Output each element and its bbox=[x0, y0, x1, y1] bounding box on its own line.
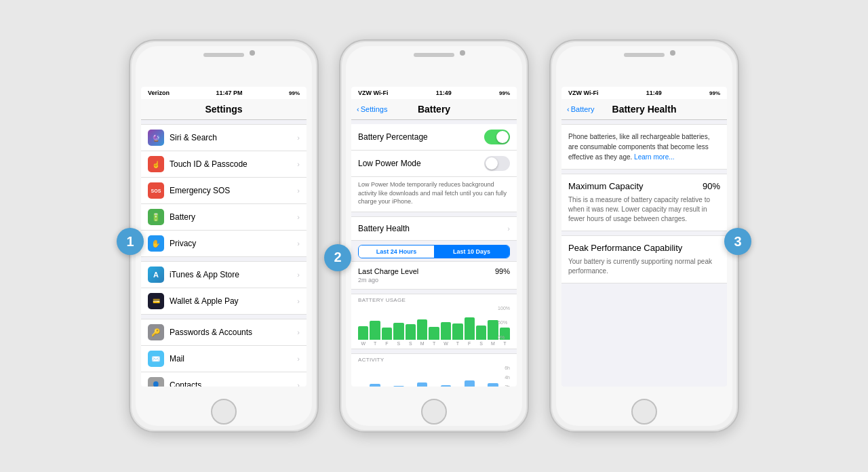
battery-row[interactable]: 🔋 Battery › bbox=[141, 204, 307, 231]
badge-2: 2 bbox=[324, 244, 351, 271]
phone2-nav: ‹ Settings Battery bbox=[351, 99, 517, 120]
siri-row[interactable]: 🔮 Siri & Search › bbox=[141, 124, 307, 151]
last-charge-label: Last Charge Level bbox=[358, 267, 418, 275]
battery-bar-0 bbox=[358, 326, 368, 340]
activity-bar-5 bbox=[417, 382, 427, 387]
last-charge-value: 99% bbox=[495, 267, 510, 275]
touchid-label: Touch ID & Passcode bbox=[170, 159, 297, 169]
battery-percentage-row[interactable]: Battery Percentage bbox=[351, 124, 517, 151]
phone3-title: Battery Health bbox=[612, 104, 677, 115]
activity-chart: ACTIVITY 6h 4h 2h 0h WTFSSMTWTFSMT bbox=[351, 353, 517, 387]
phone1-battery-status: 99% bbox=[289, 90, 300, 96]
charge-level-section: Last Charge Level 99% 2m ago bbox=[351, 261, 517, 290]
max-capacity-label: Maximum Capacity bbox=[568, 181, 644, 191]
back-chevron-icon3: ‹ bbox=[567, 105, 570, 113]
peak-title: Peak Performance Capability bbox=[568, 243, 720, 253]
battery-percentage-toggle[interactable] bbox=[484, 130, 510, 144]
phone1-carrier: Verizon bbox=[148, 90, 170, 96]
phone1: Verizon 11:47 PM 99% Settings bbox=[129, 39, 319, 433]
phone3-back[interactable]: ‹ Battery bbox=[567, 105, 595, 113]
toggle-knob bbox=[496, 131, 509, 143]
phone3: VZW Wi-Fi 11:49 99% ‹ Battery Battery He… bbox=[549, 39, 739, 433]
battery-usage-chart: BATTERY USAGE 100% 50% 0% WTFSSMTWTFSMT bbox=[351, 294, 517, 349]
privacy-label: Privacy bbox=[170, 239, 297, 248]
battery-percentage-label: Battery Percentage bbox=[358, 132, 484, 142]
activity-bar-3 bbox=[393, 386, 403, 387]
wallet-row[interactable]: 💳 Wallet & Apple Pay › bbox=[141, 288, 307, 315]
phone2-camera bbox=[460, 50, 465, 56]
phone3-carrier: VZW Wi-Fi bbox=[568, 90, 598, 96]
chart-tabs: Last 24 Hours Last 10 Days bbox=[358, 245, 510, 258]
phone1-camera bbox=[250, 50, 255, 56]
touchid-row[interactable]: ☝ Touch ID & Passcode › bbox=[141, 151, 307, 178]
phone1-wrapper: Verizon 11:47 PM 99% Settings bbox=[129, 39, 319, 433]
privacy-icon: ✋ bbox=[148, 235, 164, 252]
phone2-wrapper: VZW Wi-Fi 11:49 99% ‹ Settings Battery bbox=[339, 39, 529, 433]
battery-label: Battery bbox=[170, 212, 297, 222]
activity-bar-1 bbox=[370, 384, 380, 387]
phone2-inner: VZW Wi-Fi 11:49 99% ‹ Settings Battery bbox=[346, 46, 522, 426]
toggle-knob2 bbox=[486, 157, 498, 170]
passwords-label: Passwords & Accounts bbox=[170, 328, 297, 337]
tab-24h[interactable]: Last 24 Hours bbox=[359, 245, 434, 258]
tab-10d[interactable]: Last 10 Days bbox=[434, 245, 509, 258]
appstore-row[interactable]: A iTunes & App Store › bbox=[141, 261, 307, 288]
low-power-toggle[interactable] bbox=[484, 156, 510, 171]
phone1-home-button[interactable] bbox=[211, 399, 237, 425]
activity-title: ACTIVITY bbox=[358, 357, 510, 363]
battery-bar-9 bbox=[465, 317, 475, 340]
privacy-row[interactable]: ✋ Privacy › bbox=[141, 231, 307, 257]
phone2-carrier: VZW Wi-Fi bbox=[358, 90, 388, 96]
phone2-back[interactable]: ‹ Settings bbox=[357, 105, 387, 113]
mail-row[interactable]: ✉️ Mail › bbox=[141, 346, 307, 372]
health-description: Phone batteries, like all rechargeable b… bbox=[561, 124, 727, 170]
contacts-label: Contacts bbox=[170, 380, 297, 387]
capacity-desc: This is a measure of battery capacity re… bbox=[568, 195, 720, 224]
phone1-nav: Settings bbox=[141, 99, 307, 120]
phone2-battery: 99% bbox=[499, 90, 510, 96]
battery-health-label: Battery Health bbox=[358, 224, 507, 233]
passwords-row[interactable]: 🔑 Passwords & Accounts › bbox=[141, 319, 307, 346]
wallet-label: Wallet & Apple Pay bbox=[170, 296, 297, 306]
contacts-row[interactable]: 👤 Contacts › bbox=[141, 372, 307, 387]
battery-health-row[interactable]: Battery Health › bbox=[351, 216, 517, 241]
low-power-row[interactable]: Low Power Mode bbox=[351, 151, 517, 177]
battery-bar-5 bbox=[417, 319, 427, 340]
activity-bar-9 bbox=[465, 380, 475, 387]
phone1-speaker bbox=[203, 53, 244, 57]
battery-bar-7 bbox=[441, 322, 451, 340]
phone1-inner: Verizon 11:47 PM 99% Settings bbox=[136, 46, 312, 426]
learn-more-link[interactable]: Learn more... bbox=[634, 153, 674, 161]
phone3-home-button[interactable] bbox=[631, 399, 657, 425]
phone3-nav: ‹ Battery Battery Health bbox=[561, 99, 727, 120]
battery-bars: 100% 50% 0% bbox=[358, 306, 510, 340]
sos-row[interactable]: SOS Emergency SOS › bbox=[141, 178, 307, 204]
battery-icon: 🔋 bbox=[148, 209, 164, 225]
phone3-camera bbox=[670, 50, 675, 56]
battery-bar-12 bbox=[500, 328, 510, 340]
battery-bar-4 bbox=[406, 324, 416, 340]
phone3-wrapper: VZW Wi-Fi 11:49 99% ‹ Battery Battery He… bbox=[549, 39, 739, 433]
sos-icon: SOS bbox=[148, 182, 164, 199]
phone2-time: 11:49 bbox=[436, 90, 452, 96]
phone1-title: Settings bbox=[205, 104, 242, 115]
phone3-screen: VZW Wi-Fi 11:49 99% ‹ Battery Battery He… bbox=[561, 87, 727, 387]
phone3-speaker bbox=[624, 53, 665, 57]
activity-bars: 6h 4h 2h 0h bbox=[358, 366, 510, 387]
phone3-inner: VZW Wi-Fi 11:49 99% ‹ Battery Battery He… bbox=[556, 46, 732, 426]
scene: Verizon 11:47 PM 99% Settings bbox=[115, 26, 753, 446]
siri-label: Siri & Search bbox=[170, 133, 297, 142]
touchid-icon: ☝ bbox=[148, 156, 164, 172]
activity-bar-7 bbox=[441, 385, 451, 387]
battery-bar-1 bbox=[370, 321, 380, 340]
mail-label: Mail bbox=[170, 354, 297, 363]
battery-bar-3 bbox=[393, 323, 403, 340]
peak-desc: Your battery is currently supporting nor… bbox=[568, 257, 720, 276]
low-power-label: Low Power Mode bbox=[358, 159, 484, 168]
last-charge-sub: 2m ago bbox=[358, 277, 510, 283]
phone2-screen: VZW Wi-Fi 11:49 99% ‹ Settings Battery bbox=[351, 87, 517, 387]
phone2: VZW Wi-Fi 11:49 99% ‹ Settings Battery bbox=[339, 39, 529, 433]
phone2-status-bar: VZW Wi-Fi 11:49 99% bbox=[351, 87, 517, 99]
phone2-home-button[interactable] bbox=[421, 399, 447, 425]
activity-bar-11 bbox=[488, 383, 498, 387]
